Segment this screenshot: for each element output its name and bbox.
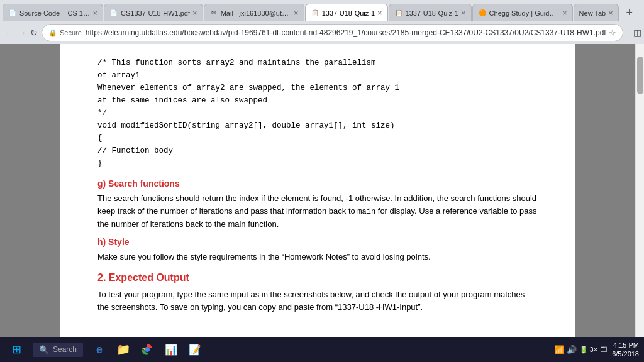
tab-hw1-pdf[interactable]: 📄 CS1337-U18-HW1.pdf ×	[104, 4, 203, 21]
section-g-text: The search functions should return the i…	[97, 192, 538, 231]
file-explorer-icon: 📁	[116, 343, 130, 356]
pdf-viewer: /* This function sorts array2 and mainta…	[0, 44, 635, 337]
taskbar-search-icon: 🔍	[39, 345, 49, 354]
taskbar-search-box[interactable]: 🔍 Search	[33, 343, 83, 357]
app4-icon: 📊	[165, 344, 177, 356]
pdf-page: /* This function sorts array2 and mainta…	[60, 44, 575, 337]
tab-chegg[interactable]: 🟠 Chegg Study | Guided ... ×	[472, 4, 573, 21]
taskbar-right: 📶 🔊 🔋 3× 🗔 4:15 PM 6/5/2018	[554, 341, 639, 359]
tab-label-6: Chegg Study | Guided ...	[489, 9, 560, 17]
sound-icon[interactable]: 🔊	[567, 345, 577, 354]
tab-mail[interactable]: ✉ Mail - jxi161830@utdal... ×	[204, 4, 304, 21]
section-h-heading: h) Style	[97, 237, 538, 247]
tab-label-7: New Tab	[579, 9, 606, 17]
forward-button[interactable]: →	[18, 25, 26, 41]
notification-icon[interactable]: 🗔	[600, 346, 607, 353]
network-icon[interactable]: 📶	[554, 345, 564, 354]
tab-source-code[interactable]: 📄 Source Code – CS 1337 ×	[3, 4, 103, 21]
tab-close-4[interactable]: ×	[377, 8, 382, 18]
code-line-2: of array1	[97, 69, 538, 82]
windows-icon: ⊞	[12, 343, 21, 356]
new-tab-button[interactable]: +	[621, 4, 638, 21]
main-inline-code: main	[357, 207, 375, 216]
app5-icon: 📝	[189, 344, 201, 356]
tab-close-7[interactable]: ×	[608, 8, 613, 18]
tab-close-6[interactable]: ×	[562, 8, 567, 18]
taskbar-explorer-button[interactable]: 📁	[112, 338, 135, 361]
address-box[interactable]: 🔒 Secure https://elearning.utdallas.edu/…	[42, 24, 623, 41]
tab-bar: 📄 Source Code – CS 1337 × 📄 CS1337-U18-H…	[0, 0, 644, 21]
tab-label-1: Source Code – CS 1337	[19, 9, 90, 17]
address-right-icons: ☆	[609, 28, 616, 38]
battery-text: 🔋 3×	[579, 346, 598, 354]
tab-favicon-1: 📄	[8, 9, 17, 18]
tab-favicon-5: 📋	[394, 9, 403, 18]
tab-label-5: 1337-U18-Quiz-1	[406, 9, 458, 17]
tab-label-2: CS1337-U18-HW1.pdf	[121, 9, 190, 17]
clock-time: 4:15 PM	[612, 341, 639, 349]
section-2-heading: 2. Expected Output	[97, 272, 538, 283]
taskbar: ⊞ 🔍 Search e 📁	[0, 337, 644, 362]
taskbar-edge-button[interactable]: e	[88, 338, 111, 361]
code-line-3: Whenever elements of array2 are swapped,…	[97, 82, 538, 94]
address-bar-row: ← → ↻ 🔒 Secure https://elearning.utdalla…	[0, 21, 644, 44]
tab-favicon-3: ✉	[209, 9, 218, 18]
star-icon[interactable]: ☆	[609, 28, 616, 38]
tab-new[interactable]: New Tab ×	[574, 4, 619, 21]
tab-favicon-2: 📄	[109, 9, 118, 18]
tab-close-1[interactable]: ×	[92, 8, 97, 18]
code-line-7: {	[97, 132, 538, 145]
browser-frame: 📄 Source Code – CS 1337 × 📄 CS1337-U18-H…	[0, 0, 644, 362]
taskbar-app4-button[interactable]: 📊	[160, 338, 182, 361]
section-h-text: Make sure you follow the style requireme…	[97, 251, 538, 263]
taskbar-app5-button[interactable]: 📝	[184, 338, 206, 361]
code-block: /* This function sorts array2 and mainta…	[97, 57, 538, 170]
secure-icon: 🔒	[48, 29, 57, 37]
tab-favicon-4: 📋	[311, 9, 319, 18]
system-icons: 📶 🔊 🔋 3× 🗔	[554, 345, 608, 354]
windows-start-button[interactable]: ⊞	[5, 338, 28, 361]
code-line-9: }	[97, 157, 538, 170]
code-line-6: void modifiedSortID(string array2[], dou…	[97, 119, 538, 132]
taskbar-clock: 4:15 PM 6/5/2018	[612, 341, 639, 359]
svg-point-1	[145, 348, 149, 351]
tab-favicon-6: 🟠	[478, 9, 487, 18]
tab-label-3: Mail - jxi161830@utdal...	[221, 9, 291, 17]
code-line-8: // Function body	[97, 145, 538, 157]
back-button[interactable]: ←	[5, 25, 14, 41]
scrollbar[interactable]	[635, 44, 644, 337]
scrollbar-thumb[interactable]	[637, 57, 643, 94]
browser-right-icons: ◫ 👤 ⋮	[627, 25, 644, 41]
tab-label-4: 1337-U18-Quiz-1	[322, 9, 375, 17]
secure-label: Secure	[60, 29, 82, 36]
address-url[interactable]: https://elearning.utdallas.edu/bbcswebda…	[86, 28, 606, 37]
refresh-button[interactable]: ↻	[30, 25, 38, 41]
tab-close-2[interactable]: ×	[192, 8, 197, 18]
tab-close-5[interactable]: ×	[461, 8, 466, 18]
tab-quiz-1[interactable]: 📋 1337-U18-Quiz-1 ×	[305, 4, 388, 21]
taskbar-search-text: Search	[53, 345, 77, 354]
extensions-button[interactable]: ◫	[630, 25, 644, 41]
code-line-4: at the same indices are also swapped	[97, 94, 538, 107]
section-2-text: To test your program, type the same inpu…	[97, 288, 538, 314]
taskbar-chrome-button[interactable]	[136, 338, 158, 361]
edge-icon: e	[96, 343, 103, 356]
tab-quiz-2[interactable]: 📋 1337-U18-Quiz-1 ×	[389, 4, 472, 21]
code-line-1: /* This function sorts array2 and mainta…	[97, 57, 538, 69]
code-line-5: */	[97, 107, 538, 119]
tab-close-3[interactable]: ×	[294, 8, 299, 18]
chrome-icon	[141, 343, 153, 356]
page-area: /* This function sorts array2 and mainta…	[0, 44, 644, 337]
taskbar-apps: e 📁 📊 📝	[88, 338, 206, 361]
clock-date: 6/5/2018	[612, 349, 639, 358]
section-g-heading: g) Search functions	[97, 178, 538, 189]
